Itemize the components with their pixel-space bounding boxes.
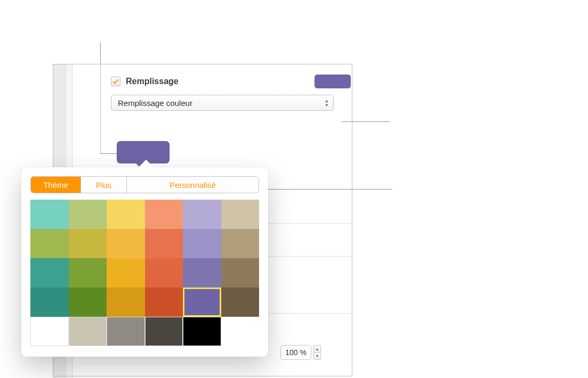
callout-line [100,42,101,64]
color-swatch[interactable] [30,200,69,229]
color-swatch[interactable] [69,317,107,346]
chevrons-up-down-icon: ▲▼ [325,99,329,107]
style-inspector: Remplissage Remplissage couleur ▲▼ [111,75,351,111]
color-swatch[interactable] [107,287,145,317]
callout-line [100,64,101,153]
fill-color-well[interactable] [117,141,170,163]
color-swatch[interactable] [107,200,145,229]
color-swatch[interactable] [30,287,69,317]
color-swatch[interactable] [221,258,260,287]
color-swatch[interactable] [183,317,221,346]
tab-theme[interactable]: Thème [31,177,81,193]
section-separator [268,256,352,257]
color-swatch[interactable] [145,287,183,317]
color-swatch[interactable] [145,317,183,346]
fill-preview-swatch[interactable] [315,75,351,88]
color-swatch[interactable] [183,287,221,317]
color-swatch[interactable] [107,258,145,287]
fill-checkbox[interactable] [111,77,120,86]
callout-line [341,121,390,122]
color-swatch[interactable] [30,258,69,287]
color-swatch[interactable] [30,229,69,258]
color-swatch[interactable] [145,200,183,229]
color-swatch[interactable] [69,258,107,287]
color-swatch[interactable] [183,229,221,258]
opacity-control: 100 % ▲ ▼ [280,345,321,360]
fill-header-row: Remplissage [111,75,351,88]
opacity-stepper: ▲ ▼ [313,345,321,360]
color-swatch[interactable] [107,229,145,258]
color-swatch[interactable] [145,258,183,287]
color-swatch[interactable] [183,200,221,229]
theme-swatch-grid [30,200,259,346]
opacity-field[interactable]: 100 % [280,345,311,360]
section-separator [268,223,352,224]
color-swatch[interactable] [69,287,107,317]
fill-type-value: Remplissage couleur [118,98,192,108]
checkmark-icon [112,78,119,85]
color-swatch[interactable] [30,317,69,346]
color-picker-tabs: Thème Plus Personnalisé [30,176,259,193]
color-swatch[interactable] [107,317,145,346]
color-swatch[interactable] [145,229,183,258]
color-picker-popover: Thème Plus Personnalisé [21,167,268,357]
color-swatch[interactable] [69,200,107,229]
color-swatch[interactable] [221,287,260,317]
tab-more[interactable]: Plus [81,177,127,193]
color-swatch[interactable] [221,229,260,258]
fill-label: Remplissage [126,77,179,86]
tab-custom[interactable]: Personnalisé [127,177,259,193]
stepper-down-icon[interactable]: ▼ [313,352,321,360]
color-swatch[interactable] [221,200,260,229]
stepper-up-icon[interactable]: ▲ [313,345,321,352]
section-separator [268,313,352,314]
color-swatch[interactable] [183,258,221,287]
fill-type-dropdown[interactable]: Remplissage couleur ▲▼ [111,95,334,111]
color-swatch[interactable] [69,229,107,258]
